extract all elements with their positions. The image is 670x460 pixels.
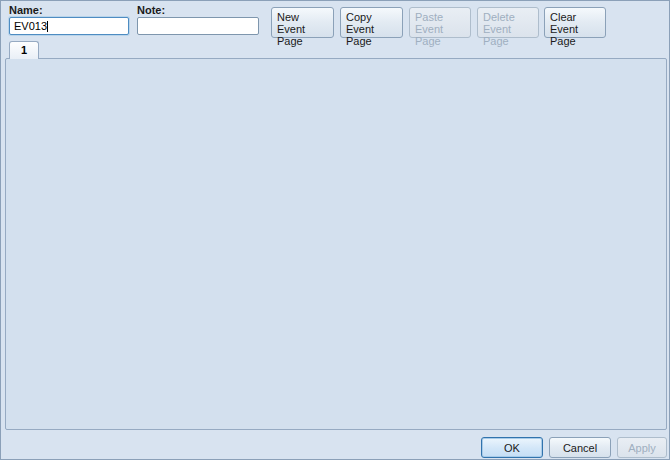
button-line2: Event Page	[483, 23, 511, 47]
text-caret	[47, 21, 48, 32]
new-event-page-button[interactable]: New Event Page	[271, 7, 334, 38]
tab-page-1[interactable]: 1	[9, 41, 39, 59]
event-page-panel	[5, 58, 667, 430]
button-line2: Event Page	[550, 23, 578, 47]
button-line2: Event Page	[346, 23, 374, 47]
button-line1: New	[277, 11, 299, 23]
cancel-button[interactable]: Cancel	[549, 437, 611, 458]
button-line2: Event Page	[415, 23, 443, 47]
button-line2: Event Page	[277, 23, 305, 47]
copy-event-page-button[interactable]: Copy Event Page	[340, 7, 403, 38]
button-line1: Copy	[346, 11, 372, 23]
note-label: Note:	[137, 4, 165, 16]
name-input[interactable]: EV013	[9, 17, 129, 35]
clear-event-page-button[interactable]: Clear Event Page	[544, 7, 606, 38]
name-value: EV013	[14, 20, 47, 32]
paste-event-page-button[interactable]: Paste Event Page	[409, 7, 471, 38]
button-line1: Clear	[550, 11, 576, 23]
event-editor-window: { "colors": { "accent": "#3173ad", "even…	[0, 0, 670, 460]
name-label: Name:	[9, 4, 43, 16]
button-line1: Paste	[415, 11, 443, 23]
delete-event-page-button[interactable]: Delete Event Page	[477, 7, 539, 38]
apply-button[interactable]: Apply	[617, 437, 667, 458]
button-line1: Delete	[483, 11, 515, 23]
note-input[interactable]	[137, 17, 259, 35]
ok-button[interactable]: OK	[481, 437, 543, 458]
